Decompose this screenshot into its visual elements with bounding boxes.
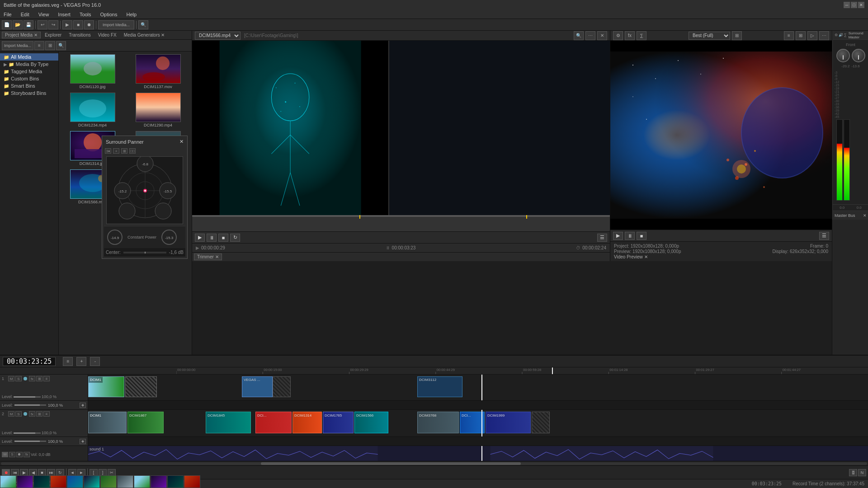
sp-btn4[interactable]: □□: [129, 148, 136, 154]
t2-solo[interactable]: S: [15, 411, 22, 417]
preview-menu-btn2[interactable]: ☰: [819, 232, 829, 240]
preview-btn1[interactable]: ≡: [784, 31, 794, 40]
trimmer-close-btn[interactable]: ✕: [597, 31, 607, 40]
tl-btn2[interactable]: +: [76, 357, 86, 366]
surround-panner-close[interactable]: ✕: [179, 139, 184, 145]
video-preview-label[interactable]: Video Preview ✕: [614, 254, 648, 259]
preview-stop-btn[interactable]: ■: [637, 232, 646, 240]
save-button[interactable]: 💾: [24, 20, 33, 29]
sp-btn3[interactable]: ⊞: [121, 148, 127, 154]
preview-btn3[interactable]: ▷: [807, 31, 817, 40]
trimmer-zoom-btn[interactable]: 🔍: [574, 31, 584, 40]
audio1-fx[interactable]: fx: [24, 452, 30, 457]
media-item-dcim1234[interactable]: DCIM1234.mp4: [61, 92, 124, 128]
import-media-button[interactable]: Import Media...: [98, 20, 134, 29]
tree-item-media-by-type[interactable]: ▶ 📁 Media By Type: [0, 61, 58, 68]
redo-button[interactable]: ↪: [48, 20, 58, 29]
sp-btn1[interactable]: 3♦: [105, 148, 111, 154]
media-item-dcim1290[interactable]: DCIM1290.mp4: [126, 92, 190, 128]
tree-item-smart-bins[interactable]: 📁 Smart Bins: [0, 82, 58, 89]
media-view-btn[interactable]: ≡: [34, 41, 44, 50]
preview-btn4[interactable]: ⋯: [819, 31, 829, 40]
tree-item-storyboard-bins[interactable]: 📁 Storyboard Bins: [0, 89, 58, 97]
undo-button[interactable]: ↩: [38, 20, 47, 29]
t1-level-btn[interactable]: ◆: [80, 403, 86, 408]
menu-help[interactable]: Help: [124, 11, 138, 18]
master-bus-close[interactable]: ✕: [863, 213, 867, 218]
media-item-dcim1137[interactable]: DCIM1137.mov: [126, 53, 190, 90]
preview-btn2[interactable]: ⊞: [796, 31, 806, 40]
t1-fx[interactable]: fx: [29, 376, 35, 381]
center-panels: DCIM1566.mp4 [C:\User\Footage\Gaming\] 🔍…: [192, 31, 832, 355]
preview-play-btn[interactable]: ▶: [613, 232, 623, 240]
media-search-btn[interactable]: 🔍: [56, 41, 66, 50]
tab-video-fx[interactable]: Video FX: [95, 32, 120, 38]
new-button[interactable]: 📄: [2, 20, 12, 29]
preview-more-btn[interactable]: ⊞: [732, 31, 742, 40]
folder-icon-2: ▶ 📁: [4, 62, 14, 67]
t2-level-btn[interactable]: ◆: [80, 439, 86, 444]
t2-more[interactable]: ≡: [43, 411, 50, 417]
preview-settings-btn[interactable]: ⚙: [613, 31, 623, 40]
media-thumb-btn[interactable]: ⊞: [45, 41, 55, 50]
trimmer-play-btn[interactable]: ▶: [195, 234, 205, 242]
preview-quality-select[interactable]: Best (Full) Preview (Full) Draft (Full): [689, 32, 730, 40]
surround-panner[interactable]: Surround Panner ✕ 3♦ + ⊞ □□: [102, 136, 188, 259]
trimmer-menu-btn[interactable]: ☰: [597, 234, 607, 242]
timeline-scrollbar[interactable]: [0, 461, 868, 465]
menu-options[interactable]: Options: [99, 11, 119, 18]
menu-file[interactable]: File: [2, 11, 14, 18]
menu-insert[interactable]: Insert: [56, 11, 72, 18]
tab-explorer[interactable]: Explorer: [42, 32, 65, 38]
trimmer-file-select[interactable]: DCIM1566.mp4: [195, 32, 241, 40]
tree-item-tagged-media[interactable]: 📁 Tagged Media: [0, 68, 58, 75]
tab-project-media[interactable]: Project Media ✕: [2, 32, 41, 38]
tree-item-all-media[interactable]: 📁 All Media: [0, 53, 58, 61]
preview-pause-btn[interactable]: ⏸: [625, 232, 635, 240]
open-button[interactable]: 📂: [13, 20, 23, 29]
play-button[interactable]: ▶: [62, 20, 72, 29]
tl-btn1[interactable]: ≡: [63, 357, 73, 366]
sp-btn2[interactable]: +: [113, 148, 119, 154]
track-1-body[interactable]: DCIM1 VEGAS ... DCIM3112: [88, 375, 868, 400]
preview-formula-btn[interactable]: ∑: [637, 31, 646, 40]
sm-dial-right[interactable]: [852, 49, 865, 62]
tab-media-generators[interactable]: Media Generators ✕: [121, 32, 168, 38]
preview-fx-btn[interactable]: fx: [625, 31, 635, 40]
sm-header: ⚙ 🔊 ∑ Surround Master: [833, 31, 868, 40]
media-item-dcim1120[interactable]: DCIM1120.jpg: [61, 53, 124, 90]
t1-motion[interactable]: ⊞: [36, 376, 42, 381]
sm-dial-left[interactable]: [836, 49, 850, 62]
tree-item-custom-bins[interactable]: 📁 Custom Bins: [0, 75, 58, 82]
trimmer-options-btn[interactable]: ⋯: [585, 31, 595, 40]
maximize-button[interactable]: □: [851, 2, 857, 8]
t2-mute[interactable]: M: [8, 411, 14, 417]
folder-icon: 📁: [4, 55, 9, 60]
menu-tools[interactable]: Tools: [78, 11, 93, 18]
t1-mute[interactable]: M: [8, 376, 14, 381]
stop-button[interactable]: ■: [73, 20, 83, 29]
t2-fx[interactable]: fx: [29, 411, 35, 417]
app-container: Battle of the galaxies.veg - VEGAS Pro 1…: [0, 0, 868, 488]
trimmer-pause-btn[interactable]: ⏸: [207, 234, 217, 242]
track-2-body[interactable]: DCIM1 DCIM1867 DCIM1845 DCI... DCIM1314: [88, 410, 868, 436]
tab-transitions[interactable]: Transitions: [66, 32, 94, 38]
t1-more[interactable]: ≡: [43, 376, 50, 381]
audio1-arm[interactable]: ⏺: [16, 452, 23, 457]
minimize-button[interactable]: ─: [844, 2, 850, 8]
close-button[interactable]: ✕: [858, 2, 864, 8]
menu-view[interactable]: View: [37, 11, 51, 18]
trimmer-loop-btn[interactable]: ↻: [230, 234, 240, 242]
trimmer-stop-btn[interactable]: ■: [218, 234, 228, 242]
tl-btn3[interactable]: -: [90, 357, 100, 366]
menu-edit[interactable]: Edit: [19, 11, 31, 18]
t2-motion[interactable]: ⊞: [36, 411, 42, 417]
record-button[interactable]: ⏺: [84, 20, 94, 29]
t1-solo[interactable]: S: [15, 376, 22, 381]
audio1-solo[interactable]: S: [9, 452, 15, 457]
audio1-mute[interactable]: M: [2, 452, 8, 457]
tab-trimmer[interactable]: Trimmer ✕: [194, 253, 222, 260]
media-import-btn[interactable]: Import Media...: [2, 41, 33, 50]
zoom-in-button[interactable]: 🔍: [138, 20, 148, 29]
svg-text:00:00:00:00: 00:00:00:00: [177, 368, 195, 372]
